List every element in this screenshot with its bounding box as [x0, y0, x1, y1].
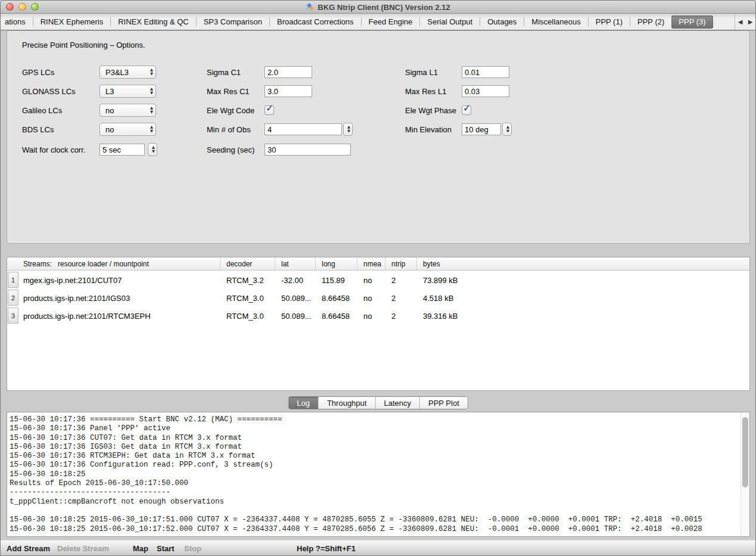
stream-nmea: no — [357, 271, 385, 289]
log-scrollbar-thumb[interactable] — [742, 417, 748, 487]
chevron-updown-icon: ▲▼ — [150, 87, 153, 95]
row-number[interactable]: 1 — [8, 272, 18, 288]
tab-rinex-editing-qc[interactable]: RINEX Editing & QC — [111, 15, 196, 29]
tab-sp3-comparison[interactable]: SP3 Comparison — [197, 15, 269, 29]
log-line: 15-06-30 10:18:25 — [10, 470, 739, 479]
stream-ntrip: 2 — [385, 271, 417, 289]
window-title: BKG Ntrip Client (BNC) Version 2.12 — [318, 3, 450, 12]
sigma-c1-field[interactable]: 2.0 — [265, 66, 312, 78]
header-mountpoint[interactable]: Streams: resource loader / mountpoint — [7, 257, 220, 270]
log-line — [10, 507, 739, 515]
log-line: 15-06-30 10:18:25 2015-06-30_10:17:51.00… — [10, 515, 739, 524]
tab-ppp-1[interactable]: PPP (1) — [589, 15, 630, 29]
stop-button: Stop — [184, 544, 201, 553]
max-res-l1-label: Max Res L1 — [405, 87, 446, 96]
tab-feed-engine[interactable]: Feed Engine — [362, 15, 420, 29]
ele-wgt-code-label: Ele Wgt Code — [207, 106, 254, 115]
ele-wgt-code-checkbox[interactable] — [265, 105, 274, 115]
main-tab-bar: ations RINEX Ephemeris RINEX Editing & Q… — [1, 14, 755, 30]
log-content: 15-06-30 10:17:36 ========== Start BNC v… — [10, 415, 739, 534]
tab-log[interactable]: Log — [288, 397, 319, 409]
wait-clock-spinner[interactable]: ▲▼ — [148, 143, 157, 156]
log-line: 15-06-30 10:17:36 CUT07: Get data in RTC… — [10, 434, 739, 443]
log-tab-bar: Log Throughput Latency PPP Plot — [288, 396, 468, 409]
max-res-c1-label: Max Res C1 — [207, 87, 250, 96]
add-stream-button[interactable]: Add Stream — [7, 544, 50, 553]
table-row[interactable]: 2 products.igs-ip.net:2101/IGS03 RTCM_3.… — [7, 289, 749, 307]
tab-rinex-ephemeris[interactable]: RINEX Ephemeris — [33, 15, 110, 29]
min-elevation-field[interactable]: 10 deg — [462, 123, 501, 135]
tab-ppp-3[interactable]: PPP (3) — [671, 15, 713, 29]
app-icon — [306, 3, 315, 12]
max-res-c1-field[interactable]: 3.0 — [265, 85, 312, 97]
header-nmea[interactable]: nmea — [357, 257, 385, 270]
stream-ntrip: 2 — [385, 289, 417, 307]
stream-decoder: RTCM_3.0 — [220, 289, 275, 307]
start-button[interactable]: Start — [157, 544, 175, 553]
glonass-lcs-select[interactable]: L3 ▲▼ — [99, 85, 156, 98]
log-line: Results of Epoch 2015-06-30_10:17:50.000 — [10, 479, 739, 488]
stream-decoder: RTCM_3.0 — [220, 307, 275, 325]
wait-clock-field[interactable]: 5 sec — [99, 144, 145, 156]
map-button[interactable]: Map — [133, 544, 148, 553]
table-row[interactable]: 1 mgex.igs-ip.net:2101/CUT07 RTCM_3.2 -3… — [7, 271, 749, 289]
min-elevation-spinner[interactable]: ▲▼ — [502, 123, 512, 136]
title-bar[interactable]: BKG Ntrip Client (BNC) Version 2.12 — [1, 1, 755, 14]
row-number[interactable]: 3 — [8, 307, 18, 324]
chevron-updown-icon: ▲▼ — [150, 125, 153, 133]
log-panel[interactable]: 15-06-30 10:17:36 ========== Start BNC v… — [7, 412, 750, 537]
header-ntrip[interactable]: ntrip — [385, 257, 417, 270]
stream-long: 8.66458 — [316, 307, 357, 325]
stream-mountpoint: mgex.igs-ip.net:2101/CUT07 — [19, 271, 220, 289]
sigma-c1-label: Sigma C1 — [207, 68, 241, 77]
stream-lat: -32.00 — [275, 271, 316, 289]
help-shortcut-label: Help ?=Shift+F1 — [297, 544, 356, 553]
spinner-updown-icon: ▲▼ — [152, 145, 155, 154]
sigma-l1-field[interactable]: 0.01 — [462, 66, 509, 78]
log-line: 15-06-30 10:17:36 ========== Start BNC v… — [10, 415, 739, 424]
header-decoder[interactable]: decoder — [220, 257, 275, 270]
seeding-field[interactable]: 30 — [265, 144, 351, 156]
row-number[interactable]: 2 — [8, 290, 18, 306]
tab-scroll-left-icon[interactable]: ◀ — [735, 15, 745, 29]
tab-ppp-2[interactable]: PPP (2) — [630, 15, 671, 29]
tab-scroll-right-icon[interactable]: ▶ — [745, 15, 755, 29]
log-scrollbar[interactable] — [741, 412, 749, 536]
tab-miscellaneous[interactable]: Miscellaneous — [524, 15, 587, 29]
ele-wgt-phase-checkbox[interactable] — [462, 105, 471, 115]
tab-broadcast-corrections[interactable]: Broadcast Corrections — [270, 15, 361, 29]
stream-ntrip: 2 — [385, 307, 417, 325]
header-bytes[interactable]: bytes — [417, 257, 749, 270]
seeding-label: Seeding (sec) — [207, 145, 254, 154]
tab-outages[interactable]: Outages — [480, 15, 524, 29]
tab-latency[interactable]: Latency — [375, 397, 420, 409]
log-line: 15-06-30 10:17:36 Configuration read: PP… — [10, 461, 739, 470]
app-window: BKG Ntrip Client (BNC) Version 2.12 atio… — [0, 0, 756, 556]
stream-long: 8.66458 — [316, 289, 357, 307]
galileo-lcs-value: no — [105, 106, 114, 115]
spinner-updown-icon: ▲▼ — [347, 125, 350, 133]
tab-throughput[interactable]: Throughput — [319, 397, 376, 409]
tab-scroll-buttons: ◀ ▶ — [735, 14, 755, 30]
tab-ppp-plot[interactable]: PPP Plot — [420, 397, 468, 409]
min-obs-field[interactable]: 4 — [265, 123, 342, 135]
log-line: t_pppClient::cmpBancroft not enough obse… — [10, 498, 739, 507]
chevron-updown-icon: ▲▼ — [150, 106, 153, 114]
ppp-options-panel: Precise Point Positioning – Options. GPS… — [7, 30, 750, 244]
log-line: 15-06-30 10:17:36 IGS03: Get data in RTC… — [10, 443, 739, 452]
stream-decoder: RTCM_3.2 — [220, 271, 275, 289]
log-line: 15-06-30 10:17:36 Panel 'PPP' active — [10, 424, 739, 433]
min-obs-spinner[interactable]: ▲▼ — [343, 123, 353, 136]
galileo-lcs-label: Galileo LCs — [22, 106, 62, 115]
max-res-l1-field[interactable]: 0.03 — [462, 85, 509, 97]
header-long[interactable]: long — [316, 257, 357, 270]
streams-table: Streams: resource loader / mountpoint de… — [7, 257, 750, 391]
header-lat[interactable]: lat — [275, 257, 316, 270]
galileo-lcs-select[interactable]: no ▲▼ — [99, 104, 156, 117]
tab-serial-output[interactable]: Serial Output — [420, 15, 480, 29]
gps-lcs-select[interactable]: P3&L3 ▲▼ — [99, 66, 156, 79]
wait-clock-label: Wait for clock corr. — [22, 145, 85, 154]
bds-lcs-select[interactable]: no ▲▼ — [99, 123, 156, 136]
tab-observations[interactable]: ations — [1, 15, 33, 29]
table-row[interactable]: 3 products.igs-ip.net:2101/RTCM3EPH RTCM… — [7, 307, 749, 325]
